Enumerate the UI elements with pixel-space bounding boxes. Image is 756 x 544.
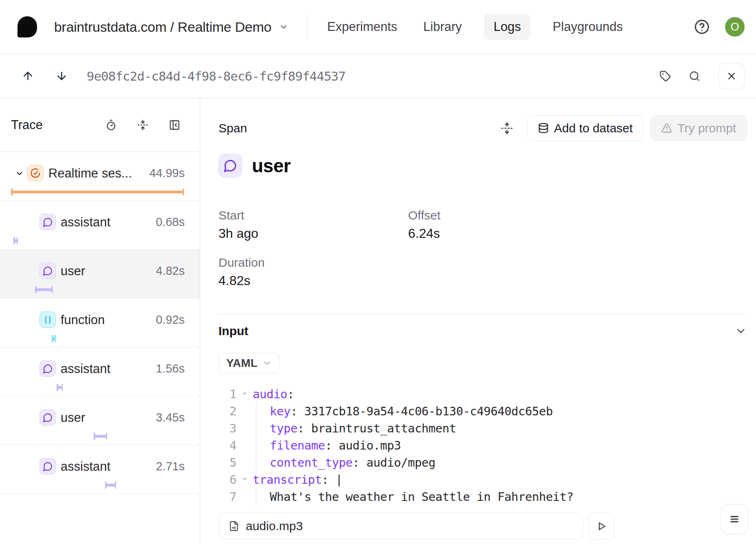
span-panel: Span Add to dataset [200,98,756,544]
trace-span-row-realtime-session[interactable]: Realtime ses... 44.99s [0,152,200,201]
span-label: assistant [61,459,110,474]
span-label: user [61,410,85,425]
function-parentheses-icon [39,311,56,328]
timer-icon[interactable] [105,119,117,131]
panel-left-close-icon[interactable] [169,119,180,131]
line-number: 1 [218,386,236,403]
timeline-bar [57,384,63,391]
timeline-bar [52,335,56,342]
nav-item-playgrounds[interactable]: Playgrounds [548,14,627,40]
meta-offset: Offset 6.24s [408,208,747,241]
search-icon[interactable] [689,70,700,82]
collapse-vertical-icon[interactable] [137,119,149,131]
trace-span-row-user-selected[interactable]: user 4.82s [0,250,200,298]
input-section-header: Input [218,323,747,339]
warning-triangle-icon [661,123,672,134]
audio-file-icon [229,521,239,531]
span-duration: 2.71s [156,460,200,473]
project-name: braintrustdata.com / Realtime Demo [54,19,271,35]
attachment-filename: audio.mp3 [246,519,303,533]
message-bubble-icon [39,409,56,426]
message-bubble-icon [39,360,56,377]
tag-icon[interactable] [660,70,671,82]
nav-item-logs[interactable]: Logs [484,14,531,40]
chevron-down-icon[interactable] [15,169,24,178]
chevron-down-icon[interactable] [735,325,747,337]
span-duration: 0.92s [156,313,200,327]
play-button[interactable] [588,513,614,540]
nav-divider [306,14,307,39]
yaml-code-block: 1 audio: 2 key: 3317cb18-9a54-4c06-b130-… [218,386,747,505]
input-section-title: Input [218,324,248,338]
span-meta: Start 3h ago Offset 6.24s Duration 4.82s [218,208,747,288]
trace-span-row-user[interactable]: user 3.45s [0,396,200,445]
trace-sidebar: Trace Realtime ses... [0,98,200,544]
nav-item-experiments[interactable]: Experiments [323,14,401,40]
line-number: 3 [218,420,236,437]
meta-label: Duration [218,256,408,270]
trace-span-row-function[interactable]: function 0.92s [0,298,200,347]
close-button[interactable] [718,63,745,89]
meta-value: 6.24s [408,226,747,241]
database-icon [538,123,549,134]
meta-value: 3h ago [218,226,408,241]
code-line: 6 transcript: | [218,471,747,488]
span-panel-header: Span Add to dataset [218,115,747,141]
code-line: 2 key: 3317cb18-9a54-4c06-b130-c49640dc6… [218,403,747,420]
code-line: 7 What's the weather in Seattle in Fahre… [218,488,747,505]
meta-start: Start 3h ago [218,208,408,241]
format-select-value: YAML [226,357,258,370]
fold-chevron-icon[interactable] [236,471,253,482]
prev-trace-arrow-up-icon[interactable] [19,67,37,85]
span-duration: 1.56s [156,362,200,375]
code-line: 5 content_type: audio/mpeg [218,454,747,471]
trace-title: Trace [11,118,43,132]
message-bubble-icon [39,214,56,230]
trace-span-row-assistant[interactable]: assistant 2.71s [0,445,200,494]
next-trace-arrow-down-icon[interactable] [53,67,70,85]
chevron-down-icon [279,22,288,32]
span-label: user [61,264,85,279]
trace-span-row-assistant[interactable]: assistant 1.56s [0,347,200,396]
try-prompt-button[interactable]: Try prompt [650,115,747,141]
avatar[interactable]: O [725,17,745,37]
top-nav: braintrustdata.com / Realtime Demo Exper… [0,0,756,54]
task-check-icon [27,165,44,181]
timeline-bar [94,433,107,440]
play-icon [596,521,607,532]
format-select[interactable]: YAML [218,353,279,373]
line-number: 4 [218,437,236,454]
trace-id: 9e08fc2d-c84d-4f98-8ec6-fc9f89f44537 [87,69,345,83]
meta-duration: Duration 4.82s [218,256,408,288]
meta-value: 4.82s [218,273,408,288]
meta-label: Offset [408,208,747,222]
span-label: Realtime ses... [48,166,132,181]
span-label: function [61,313,105,327]
hamburger-menu-icon [729,513,740,525]
project-selector[interactable]: braintrustdata.com / Realtime Demo [54,19,288,35]
menu-button[interactable] [721,504,748,534]
line-number: 5 [218,454,236,471]
code-line: 1 audio: [218,386,747,403]
trace-span-row-assistant[interactable]: assistant 0.68s [0,201,200,250]
fold-chevron-icon[interactable] [236,386,253,397]
span-duration: 4.82s [156,264,200,278]
audio-attachment[interactable]: audio.mp3 [218,513,583,540]
attachment-row: audio.mp3 [218,513,747,540]
meta-label: Start [218,208,408,222]
nav-item-library[interactable]: Library [419,14,466,40]
chevron-down-icon [262,359,271,368]
app-window: braintrustdata.com / Realtime Demo Exper… [0,0,756,544]
timeline-bar [105,482,116,489]
expand-vertical-icon[interactable] [501,122,513,134]
trace-id-bar-actions [660,63,745,89]
span-duration: 0.68s [156,215,200,229]
message-bubble-icon [218,154,242,178]
help-icon[interactable] [694,19,710,35]
code-line: 3 type: braintrust_attachment [218,420,747,437]
close-icon [726,70,737,82]
input-section-divider [218,314,747,315]
add-to-dataset-button[interactable]: Add to dataset [527,115,644,141]
line-number: 6 [218,471,236,488]
line-number: 7 [218,488,236,505]
